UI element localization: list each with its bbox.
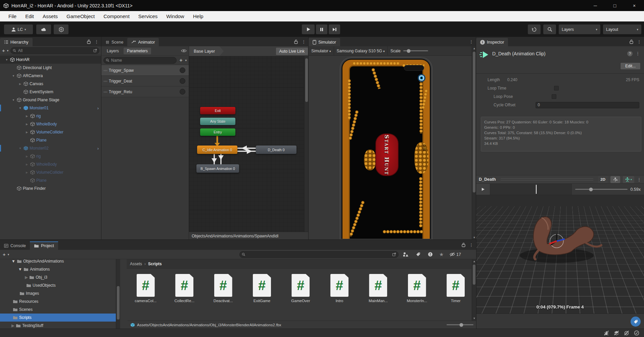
start-hunt-button[interactable]: Start Hunt bbox=[375, 133, 399, 176]
tab-project[interactable]: Project bbox=[30, 241, 58, 250]
base-layer-breadcrumb[interactable]: Base Layer bbox=[189, 46, 224, 56]
tab-inspector[interactable]: i Inspector bbox=[476, 38, 508, 46]
parameter-row[interactable]: ══ Trigger_Spaw bbox=[101, 65, 189, 76]
add-parameter-button[interactable]: + bbox=[179, 57, 182, 63]
asset-tile[interactable]: # Deactivat... bbox=[208, 274, 239, 303]
state-node[interactable]: Any State bbox=[200, 118, 235, 125]
folder-row[interactable]: UsedObjects bbox=[0, 281, 120, 289]
kebab-menu-icon[interactable]: ⋮ bbox=[637, 40, 641, 44]
asset-tile[interactable]: # Intro bbox=[324, 274, 355, 303]
debugger-disabled-icon[interactable] bbox=[604, 331, 609, 336]
tree-expand-arrow[interactable] bbox=[18, 107, 22, 110]
preview-pivot-button[interactable] bbox=[610, 176, 620, 183]
menu-item[interactable]: GameObject bbox=[62, 13, 99, 19]
asset-tile[interactable]: # ExitGame bbox=[246, 274, 277, 303]
hierarchy-row[interactable]: VolumeCollider › bbox=[0, 128, 101, 136]
state-node[interactable]: Exit bbox=[200, 107, 235, 114]
asset-label-button[interactable] bbox=[631, 317, 641, 327]
lock-icon[interactable] bbox=[461, 242, 466, 247]
tab-scene[interactable]: Scene bbox=[101, 38, 127, 46]
search-by-type-icon[interactable] bbox=[403, 252, 408, 257]
tab-animator[interactable]: Animator bbox=[127, 38, 159, 46]
favorites-star-icon[interactable]: ★ bbox=[439, 251, 444, 258]
create-dropdown-icon[interactable]: ▾ bbox=[8, 253, 9, 256]
thumbnail-zoom-slider[interactable] bbox=[447, 324, 473, 325]
folder-row[interactable]: TestingStuff bbox=[0, 322, 120, 329]
animator-graph[interactable]: Exit Any State Entry C_Idle Animation 0 bbox=[189, 46, 309, 232]
scrollbar-thumb[interactable] bbox=[305, 58, 308, 102]
hierarchy-row[interactable]: WholeBody › bbox=[0, 120, 101, 128]
open-search-window-icon[interactable] bbox=[93, 48, 97, 53]
asset-pane-scrollbar[interactable]: ▲ ▼ bbox=[472, 259, 476, 321]
lock-icon[interactable] bbox=[87, 39, 91, 44]
add-dropdown-icon[interactable]: ▾ bbox=[7, 49, 9, 52]
asset-tile[interactable]: # GameOver bbox=[285, 274, 316, 303]
scroll-up-icon[interactable]: ▲ bbox=[472, 46, 476, 51]
tree-scrollbar[interactable] bbox=[116, 259, 120, 329]
drag-handle-icon[interactable] bbox=[501, 178, 594, 180]
hierarchy-row[interactable]: ARCamera › bbox=[0, 72, 101, 80]
tree-expand-arrow[interactable] bbox=[25, 123, 29, 126]
folder-row[interactable]: Images bbox=[0, 289, 120, 297]
loop-time-checkbox[interactable] bbox=[554, 86, 559, 91]
hierarchy-row[interactable]: Canvas › bbox=[0, 80, 101, 88]
drag-handle-icon[interactable]: ══ bbox=[103, 79, 107, 83]
asset-tile[interactable]: # MainMan... bbox=[363, 274, 394, 303]
step-button[interactable] bbox=[329, 24, 340, 34]
folder-row[interactable]: Scenes bbox=[0, 305, 120, 314]
scroll-down-icon[interactable]: ▼ bbox=[472, 235, 476, 240]
tab-hierarchy[interactable]: Hierarchy bbox=[0, 38, 33, 46]
breadcrumb-current[interactable]: Scripts bbox=[148, 262, 162, 266]
undo-history-button[interactable] bbox=[528, 24, 541, 34]
tree-expand-arrow[interactable] bbox=[25, 131, 29, 134]
tree-expand-arrow[interactable] bbox=[25, 155, 29, 158]
parameter-row[interactable]: ══ Trigger_Retu bbox=[101, 87, 189, 97]
menu-item[interactable]: Help bbox=[189, 13, 208, 19]
hierarchy-row[interactable]: rig › bbox=[0, 112, 101, 120]
hierarchy-row[interactable]: Plane Finder › bbox=[0, 184, 101, 192]
eye-icon[interactable] bbox=[181, 49, 187, 53]
state-node[interactable]: Entry bbox=[200, 128, 235, 136]
tree-expand-arrow[interactable] bbox=[25, 115, 29, 118]
layers-disabled-icon[interactable] bbox=[614, 331, 619, 336]
parameter-search-input[interactable] bbox=[111, 58, 174, 63]
hierarchy-row[interactable]: VolumeCollider › bbox=[0, 168, 101, 176]
breadcrumb-assets[interactable]: Assets bbox=[130, 262, 142, 266]
folder-row[interactable]: Animations bbox=[0, 265, 120, 273]
drag-handle-icon[interactable]: ══ bbox=[103, 90, 107, 94]
kebab-menu-icon[interactable]: ⋮ bbox=[469, 243, 473, 247]
asset-tile[interactable]: # cameraCol... bbox=[130, 274, 161, 303]
prefab-chevron-icon[interactable]: › bbox=[97, 146, 99, 151]
menu-item[interactable]: File bbox=[4, 13, 21, 19]
tree-expand-arrow[interactable] bbox=[25, 275, 28, 280]
scrollbar-thumb[interactable] bbox=[117, 286, 120, 320]
tree-expand-arrow[interactable] bbox=[25, 163, 29, 166]
asset-tile[interactable]: # MonsterIn... bbox=[401, 274, 432, 303]
close-button[interactable]: × bbox=[625, 0, 644, 11]
trigger-radio[interactable] bbox=[180, 89, 185, 95]
state-node[interactable]: B_Spawn Animation 0 bbox=[196, 164, 239, 173]
menu-item[interactable]: Assets bbox=[38, 13, 62, 19]
cycle-offset-field[interactable] bbox=[536, 102, 639, 108]
scroll-down-icon[interactable]: ▼ bbox=[472, 316, 476, 321]
scrollbar-thumb[interactable] bbox=[473, 265, 475, 285]
minimize-button[interactable]: ─ bbox=[586, 0, 605, 11]
preview-2d-button[interactable]: 2D bbox=[598, 176, 608, 183]
timeline-playhead[interactable] bbox=[536, 185, 537, 194]
kebab-menu-icon[interactable]: ⋮ bbox=[636, 51, 640, 56]
evil-eye-icon[interactable] bbox=[418, 74, 425, 82]
open-search-window-icon[interactable] bbox=[392, 252, 396, 257]
tree-expand-arrow[interactable] bbox=[25, 171, 29, 174]
scale-slider[interactable] bbox=[403, 50, 428, 51]
asset-tile[interactable]: # Timer bbox=[440, 274, 471, 303]
scrollbar-thumb[interactable] bbox=[473, 52, 475, 192]
tab-console[interactable]: Console bbox=[0, 241, 30, 250]
hierarchy-row[interactable]: WholeBody › bbox=[0, 160, 101, 168]
services-button[interactable] bbox=[54, 24, 68, 34]
notifications-disabled-icon[interactable] bbox=[624, 331, 629, 336]
simulator-mode-dropdown[interactable]: Simulator ▾ bbox=[311, 49, 331, 53]
hierarchy-row[interactable]: Monster01 › bbox=[0, 104, 101, 112]
state-node[interactable]: D_Death 0 bbox=[256, 146, 296, 154]
tree-expand-arrow[interactable] bbox=[11, 259, 15, 264]
parameters-tab[interactable]: Parameters bbox=[124, 48, 151, 54]
